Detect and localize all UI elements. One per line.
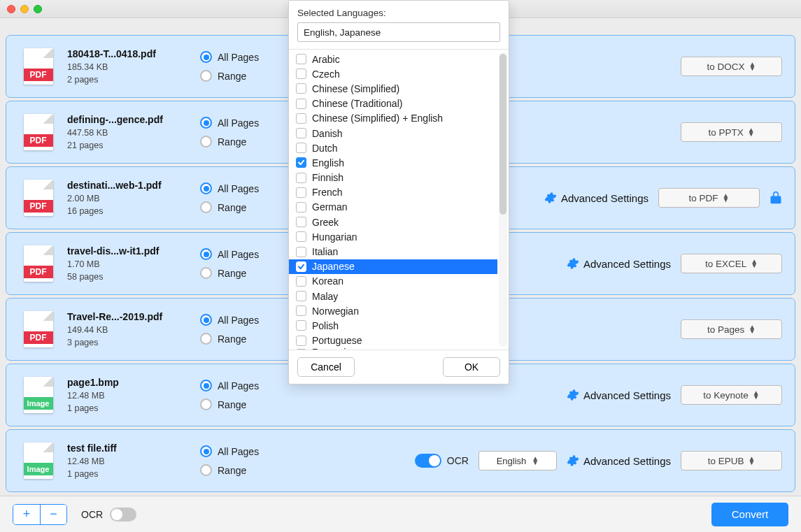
advanced-settings-link[interactable]: Advanced Settings (567, 389, 671, 401)
window-minimize-button[interactable] (20, 5, 29, 13)
language-checkbox[interactable] (296, 128, 306, 138)
footer-ocr-label: OCR (81, 509, 103, 520)
footer-ocr-switch[interactable] (110, 508, 136, 522)
language-checkbox[interactable] (296, 202, 306, 213)
file-size: 185.34 KB (67, 62, 200, 72)
language-item[interactable]: Danish (289, 126, 497, 141)
gear-icon (544, 192, 557, 204)
file-pages: 16 pages (67, 206, 200, 216)
language-label: Danish (312, 128, 343, 139)
row-right-group: to DOCX▲▼ (681, 57, 782, 76)
language-item[interactable]: Norwegian (289, 303, 497, 318)
language-item[interactable]: Greek (289, 215, 497, 229)
output-format-dropdown[interactable]: to PDF▲▼ (658, 188, 760, 208)
file-pages: 1 pages (67, 469, 200, 479)
language-item[interactable]: Italian (289, 244, 497, 259)
file-name: travel-dis...w-it1.pdf (67, 245, 200, 257)
language-checkbox[interactable] (296, 261, 306, 272)
language-list: ArabicCzechChinese (Simplified)Chinese (… (289, 50, 497, 350)
advanced-settings-label: Advanced Settings (583, 258, 671, 270)
language-label: Finnish (312, 172, 343, 183)
language-item[interactable]: French (289, 185, 497, 200)
language-checkbox[interactable] (296, 217, 306, 227)
selected-languages-field[interactable]: English, Japanese (297, 22, 500, 42)
row-ocr-switch[interactable] (415, 454, 441, 468)
language-label: English (312, 157, 344, 168)
output-format-dropdown[interactable]: to PPTX▲▼ (681, 122, 782, 142)
language-checkbox[interactable] (296, 83, 306, 94)
updown-arrows-icon: ▲▼ (751, 259, 758, 268)
file-pages: 58 pages (67, 272, 200, 282)
file-icon: Image (19, 443, 57, 479)
language-checkbox[interactable] (296, 54, 306, 64)
language-item[interactable]: Portuguese (289, 333, 497, 348)
file-meta: Travel-Re...-2019.pdf149.44 KB3 pages (67, 311, 200, 347)
lock-icon (770, 191, 782, 205)
language-label: Norwegian (312, 305, 359, 317)
advanced-settings-link[interactable]: Advanced Settings (544, 192, 648, 204)
language-item[interactable]: Polish (289, 318, 497, 333)
language-checkbox[interactable] (296, 349, 306, 350)
file-pages: 21 pages (67, 141, 200, 150)
range-radio[interactable]: Range (200, 464, 305, 476)
language-checkbox[interactable] (296, 247, 306, 257)
language-item[interactable]: Hungarian (289, 229, 497, 244)
language-checkbox[interactable] (296, 276, 306, 287)
language-item[interactable]: Japanese (289, 259, 497, 274)
output-format-dropdown[interactable]: to Pages▲▼ (681, 319, 782, 339)
convert-button[interactable]: Convert (711, 503, 788, 526)
window-zoom-button[interactable] (34, 5, 42, 13)
language-item[interactable]: Chinese (Traditional) (289, 96, 497, 111)
advanced-settings-link[interactable]: Advanced Settings (567, 257, 671, 270)
language-item[interactable]: Chinese (Simplified) + English (289, 111, 497, 126)
file-type-badge: Image (24, 397, 53, 410)
file-type-badge: PDF (24, 134, 53, 147)
language-checkbox[interactable] (296, 99, 306, 109)
advanced-settings-label: Advanced Settings (561, 192, 648, 204)
language-checkbox[interactable] (296, 173, 306, 183)
file-type-badge: Image (24, 463, 53, 475)
language-item[interactable]: Malay (289, 289, 497, 303)
advanced-settings-link[interactable]: Advanced Settings (567, 454, 671, 467)
language-checkbox[interactable] (296, 157, 306, 168)
add-file-button[interactable]: + (13, 505, 40, 524)
row-language-dropdown[interactable]: English▲▼ (479, 451, 557, 470)
language-checkbox[interactable] (296, 231, 306, 242)
remove-file-button[interactable]: − (40, 505, 66, 524)
language-item[interactable]: Czech (289, 66, 497, 81)
language-label: Malay (312, 291, 338, 302)
file-type-badge: PDF (24, 331, 53, 344)
cancel-button[interactable]: Cancel (297, 357, 355, 377)
output-format-dropdown[interactable]: to EPUB▲▼ (681, 451, 782, 470)
gear-icon (567, 454, 579, 467)
language-scrollbar[interactable] (499, 52, 507, 347)
language-checkbox[interactable] (296, 320, 306, 331)
language-checkbox[interactable] (296, 291, 306, 301)
range-radio[interactable]: Range (200, 398, 305, 410)
output-format-dropdown[interactable]: to Keynote▲▼ (681, 385, 782, 405)
scrollbar-thumb[interactable] (499, 54, 506, 215)
language-label: Arabic (312, 54, 340, 65)
language-item[interactable]: English (289, 155, 497, 170)
output-format-dropdown[interactable]: to DOCX▲▼ (681, 57, 782, 76)
language-checkbox[interactable] (296, 143, 306, 153)
language-item[interactable]: Finnish (289, 171, 497, 185)
all-pages-radio[interactable]: All Pages (200, 445, 305, 457)
language-checkbox[interactable] (296, 113, 306, 124)
language-checkbox[interactable] (296, 305, 306, 316)
language-item[interactable]: Korean (289, 274, 497, 289)
window-close-button[interactable] (7, 5, 15, 13)
language-item[interactable]: Chinese (Simplified) (289, 81, 497, 96)
language-checkbox[interactable] (296, 69, 306, 79)
output-format-dropdown[interactable]: to EXCEL▲▼ (681, 254, 782, 273)
language-label: Chinese (Traditional) (312, 98, 402, 109)
language-item[interactable]: Romanian (289, 348, 497, 350)
language-item[interactable]: German (289, 200, 497, 215)
language-item[interactable]: Dutch (289, 141, 497, 155)
language-checkbox[interactable] (296, 187, 306, 198)
language-label: French (312, 187, 343, 198)
ok-button[interactable]: OK (443, 357, 500, 377)
file-row[interactable]: Imagetest file.tiff12.48 MB1 pagesAll Pa… (6, 429, 795, 492)
language-item[interactable]: Arabic (289, 52, 497, 66)
language-checkbox[interactable] (296, 336, 306, 346)
